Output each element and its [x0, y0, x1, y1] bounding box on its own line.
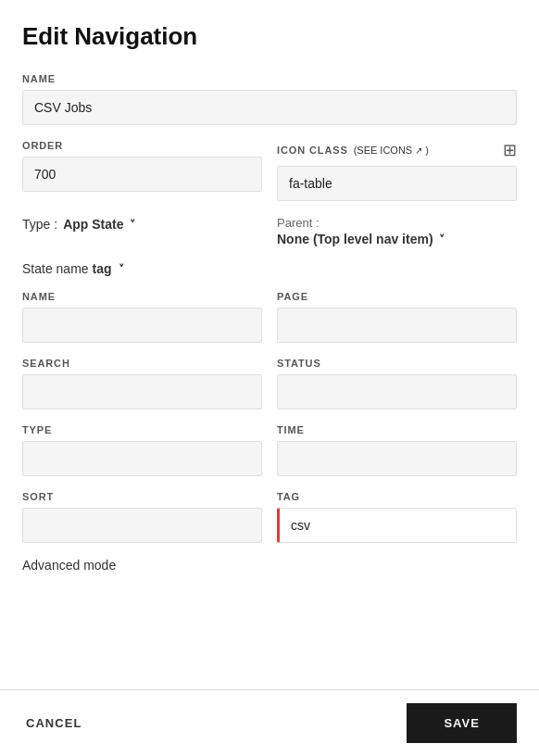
sort-section: SORT [22, 491, 262, 543]
type-time-row: TYPE TIME [22, 424, 517, 476]
state-name-dropdown[interactable]: tag ˅ [93, 261, 124, 276]
state-name-prefix: State name [22, 261, 89, 276]
sort-label: SORT [22, 491, 262, 502]
type-section: Type : App State ˅ [22, 216, 262, 232]
type-parent-row: Type : App State ˅ Parent : None (Top le… [22, 216, 517, 246]
state-name-chevron-icon: ˅ [119, 263, 124, 276]
parent-dropdown[interactable]: None (Top level nav item) ˅ [277, 232, 517, 246]
icon-class-header: ICON CLASS (SEE ICONS ↗ ) ⊞ [277, 140, 517, 160]
page-title: Edit Navigation [22, 22, 517, 51]
parent-chevron-icon: ˅ [439, 233, 445, 246]
name-section: NAME [22, 73, 517, 125]
search-label: SEARCH [22, 358, 262, 369]
footer: CANCEL SAVE [0, 689, 539, 756]
tag-label: TAG [277, 491, 517, 502]
sub-name-label: NAME [22, 291, 262, 302]
time-input[interactable] [277, 441, 517, 476]
type-label: Type : [22, 217, 57, 232]
sort-tag-row: SORT TAG [22, 491, 517, 543]
state-name-row: State name tag ˅ [22, 261, 517, 276]
parent-label: Parent : [277, 216, 517, 230]
external-link-icon: ↗ [415, 145, 422, 156]
name-label: NAME [22, 73, 517, 84]
save-button[interactable]: SAVE [407, 703, 517, 743]
status-label: STATUS [277, 358, 517, 369]
sort-input[interactable] [22, 508, 262, 543]
search-section: SEARCH [22, 358, 262, 410]
order-input[interactable] [22, 157, 262, 192]
name-input[interactable] [22, 90, 517, 125]
search-status-row: SEARCH STATUS [22, 358, 517, 410]
time-section: TIME [277, 424, 517, 476]
time-label: TIME [277, 424, 517, 435]
type2-section: TYPE [22, 424, 262, 476]
status-input[interactable] [277, 374, 517, 410]
status-section: STATUS [277, 358, 517, 410]
icon-class-input[interactable] [277, 166, 517, 201]
type2-input[interactable] [22, 441, 262, 476]
parent-section: Parent : None (Top level nav item) ˅ [277, 216, 517, 246]
see-icons-link[interactable]: (SEE ICONS ↗ ) [354, 145, 429, 156]
sub-name-page-row: NAME PAGE [22, 291, 517, 343]
page-label: PAGE [277, 291, 517, 302]
sub-name-section: NAME [22, 291, 262, 343]
icon-class-label: ICON CLASS [277, 145, 348, 156]
tag-section: TAG [277, 491, 517, 543]
page-section: PAGE [277, 291, 517, 343]
cancel-button[interactable]: CANCEL [22, 707, 85, 739]
search-input[interactable] [22, 374, 262, 410]
order-icon-row: ORDER ICON CLASS (SEE ICONS ↗ ) ⊞ [22, 140, 517, 201]
sub-name-input[interactable] [22, 308, 262, 343]
tag-input[interactable] [277, 508, 517, 543]
type-chevron-icon: ˅ [130, 219, 135, 232]
order-section: ORDER [22, 140, 262, 201]
page-input[interactable] [277, 308, 517, 343]
grid-icon[interactable]: ⊞ [503, 140, 517, 160]
type-dropdown[interactable]: App State ˅ [63, 217, 135, 232]
advanced-mode-toggle[interactable]: Advanced mode [22, 558, 517, 573]
icon-class-section: ICON CLASS (SEE ICONS ↗ ) ⊞ [277, 140, 517, 201]
order-label: ORDER [22, 140, 262, 151]
type2-label: TYPE [22, 424, 262, 435]
